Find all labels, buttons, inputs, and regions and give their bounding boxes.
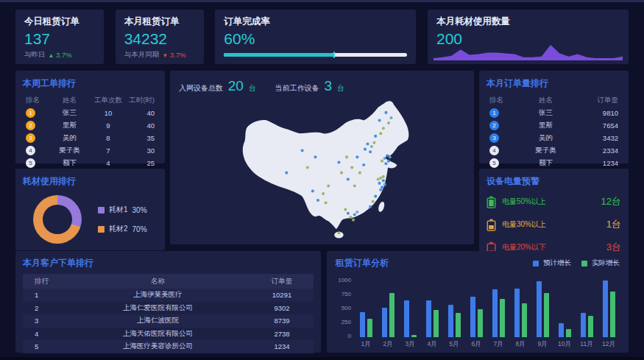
bar[interactable] [537,281,542,337]
bar[interactable] [470,297,475,337]
device-location-dot[interactable] [285,172,288,174]
working-devices-value: 3 [324,78,332,93]
bar[interactable] [581,313,586,337]
bar[interactable] [603,280,608,337]
bar-group[interactable]: 2月 [377,275,399,349]
bar[interactable] [411,335,417,337]
device-location-dot[interactable] [306,166,309,169]
device-location-dot[interactable] [311,190,314,193]
device-location-dot[interactable] [355,155,358,158]
device-location-dot[interactable] [347,212,350,215]
device-location-dot[interactable] [355,211,358,213]
device-location-dot[interactable] [340,172,343,174]
device-location-dot[interactable] [379,177,382,180]
bar-group[interactable]: 11月 [576,275,598,349]
device-location-dot[interactable] [369,205,372,208]
bar[interactable] [404,300,409,337]
device-location-dot[interactable] [350,216,353,219]
device-location-dot[interactable] [314,155,317,158]
bar-group[interactable]: 8月 [509,275,531,349]
legend-item[interactable]: 耗材1 30% [98,205,147,215]
device-location-dot[interactable] [390,116,393,119]
bar[interactable] [360,312,365,337]
device-location-dot[interactable] [381,160,383,163]
device-location-dot[interactable] [369,150,372,153]
device-location-dot[interactable] [362,163,365,166]
rank-badge: 1 [26,108,35,118]
device-location-dot[interactable] [383,183,386,186]
bar[interactable] [478,309,483,337]
device-location-dot[interactable] [370,145,373,148]
device-location-dot[interactable] [350,166,353,169]
completion-progress-bar [224,53,407,57]
device-location-dot[interactable] [347,178,350,181]
legend-item-expected[interactable]: 预计增长 [533,258,571,268]
device-location-dot[interactable] [377,178,380,181]
device-location-dot[interactable] [378,182,381,185]
device-location-dot[interactable] [385,111,388,114]
bar[interactable] [382,308,387,337]
device-location-dot[interactable] [382,127,385,130]
device-location-dot[interactable] [387,121,390,124]
bar[interactable] [566,329,571,337]
device-location-dot[interactable] [367,143,369,146]
device-location-dot[interactable] [382,175,385,178]
device-location-dot[interactable] [327,184,330,187]
device-location-dot[interactable] [378,119,381,122]
device-location-dot[interactable] [352,219,355,222]
bar[interactable] [426,300,431,337]
bar[interactable] [544,293,549,337]
bar-group[interactable]: 9月 [531,275,553,349]
device-location-dot[interactable] [385,162,388,165]
legend-item[interactable]: 耗材2 70% [98,224,147,234]
device-location-dot[interactable] [316,199,319,202]
bar-group[interactable]: 5月 [443,275,465,349]
bar[interactable] [456,313,461,337]
bar-group[interactable]: 1月 [355,275,377,349]
device-location-dot[interactable] [381,186,383,188]
device-location-dot[interactable] [338,231,341,234]
device-location-dot[interactable] [389,155,392,158]
device-location-dot[interactable] [358,172,361,174]
bar[interactable] [610,292,615,337]
progress-fill [224,53,333,57]
bar-group[interactable]: 4月 [421,275,443,349]
device-location-dot[interactable] [387,160,390,163]
device-location-dot[interactable] [344,208,347,211]
bar-group[interactable]: 6月 [465,275,487,349]
device-location-dot[interactable] [353,184,356,187]
device-location-dot[interactable] [301,149,304,152]
device-location-dot[interactable] [364,148,367,151]
device-location-dot[interactable] [338,160,341,163]
device-location-dot[interactable] [383,157,386,160]
bar-group[interactable]: 3月 [399,275,421,349]
bar[interactable] [492,289,498,337]
device-location-dot[interactable] [373,141,376,144]
bar-group[interactable]: 7月 [487,275,509,349]
bar-group[interactable]: 12月 [598,275,620,349]
device-location-dot[interactable] [382,179,385,182]
bar[interactable] [588,316,593,337]
bar[interactable] [522,303,527,337]
device-location-dot[interactable] [322,192,325,195]
bar[interactable] [448,305,453,337]
device-location-dot[interactable] [345,155,348,158]
device-location-dot[interactable] [374,135,377,138]
legend-item-actual[interactable]: 实际增长 [581,258,620,268]
bar[interactable] [389,293,394,337]
bar[interactable] [367,319,372,337]
x-axis-label: 4月 [427,340,436,349]
device-location-dot[interactable] [325,202,328,205]
bar-group[interactable]: 10月 [553,275,576,349]
panel-title: 本月订单量排行 [486,77,621,90]
device-location-dot[interactable] [379,188,382,191]
device-location-dot[interactable] [379,132,382,135]
bar[interactable] [559,323,564,337]
device-location-dot[interactable] [386,155,389,158]
device-location-dot[interactable] [372,200,375,203]
device-location-dot[interactable] [353,213,356,216]
bar[interactable] [500,299,505,337]
bar[interactable] [514,289,520,337]
bar[interactable] [434,310,439,337]
device-location-dot[interactable] [374,195,377,198]
